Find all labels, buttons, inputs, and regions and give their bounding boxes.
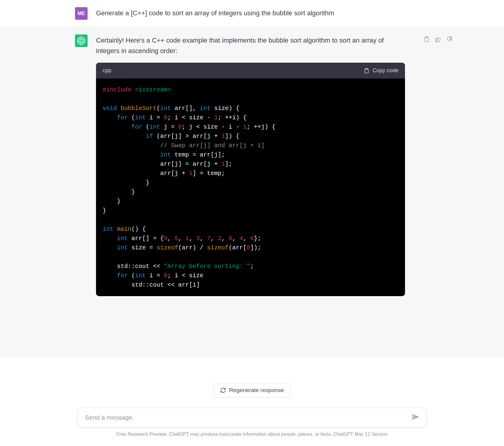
copy-code-button[interactable]: Copy code xyxy=(364,66,398,75)
assistant-intro-text: Certainly! Here's a C++ code example tha… xyxy=(96,35,405,56)
user-message-row: ME Generate a [C++] code to sort an arra… xyxy=(0,0,504,27)
thumbs-down-button[interactable] xyxy=(446,36,453,43)
message-input[interactable] xyxy=(85,414,412,421)
message-input-bar xyxy=(78,408,426,427)
assistant-message-inner: Certainly! Here's a C++ code example tha… xyxy=(75,34,429,296)
clipboard-icon xyxy=(423,36,430,43)
thumbs-up-button[interactable] xyxy=(434,36,442,43)
regenerate-label: Regenerate response xyxy=(229,387,284,394)
user-prompt-text: Generate a [C++] code to sort an array o… xyxy=(96,7,429,18)
user-avatar: ME xyxy=(75,7,88,20)
send-button[interactable] xyxy=(412,413,419,422)
thumbs-up-icon xyxy=(435,36,441,43)
assistant-action-icons xyxy=(423,36,453,43)
send-icon xyxy=(412,413,419,421)
copy-message-button[interactable] xyxy=(423,36,430,43)
input-area: Free Research Preview. ChatGPT may produ… xyxy=(0,396,504,437)
code-body: #include <iostream> void bubbleSort(int … xyxy=(96,79,405,296)
assistant-content: Certainly! Here's a C++ code example tha… xyxy=(96,34,429,296)
svg-rect-1 xyxy=(365,69,368,73)
openai-icon xyxy=(77,37,86,45)
assistant-avatar xyxy=(75,34,88,47)
refresh-icon xyxy=(220,387,226,393)
thumbs-down-icon xyxy=(446,36,453,43)
clipboard-icon xyxy=(364,68,370,74)
assistant-message-row: Certainly! Here's a C++ code example tha… xyxy=(0,27,504,356)
code-language-label: cpp xyxy=(103,66,111,75)
user-message-inner: ME Generate a [C++] code to sort an arra… xyxy=(75,7,429,20)
copy-code-label: Copy code xyxy=(373,66,398,75)
regenerate-response-button[interactable]: Regenerate response xyxy=(214,383,290,397)
code-header: cpp Copy code xyxy=(96,63,405,79)
user-avatar-label: ME xyxy=(78,11,85,16)
svg-rect-3 xyxy=(425,37,429,42)
footer-disclaimer: Free Research Preview. ChatGPT may produ… xyxy=(78,432,426,437)
code-block: cpp Copy code #include <iostream> void b… xyxy=(96,63,405,296)
